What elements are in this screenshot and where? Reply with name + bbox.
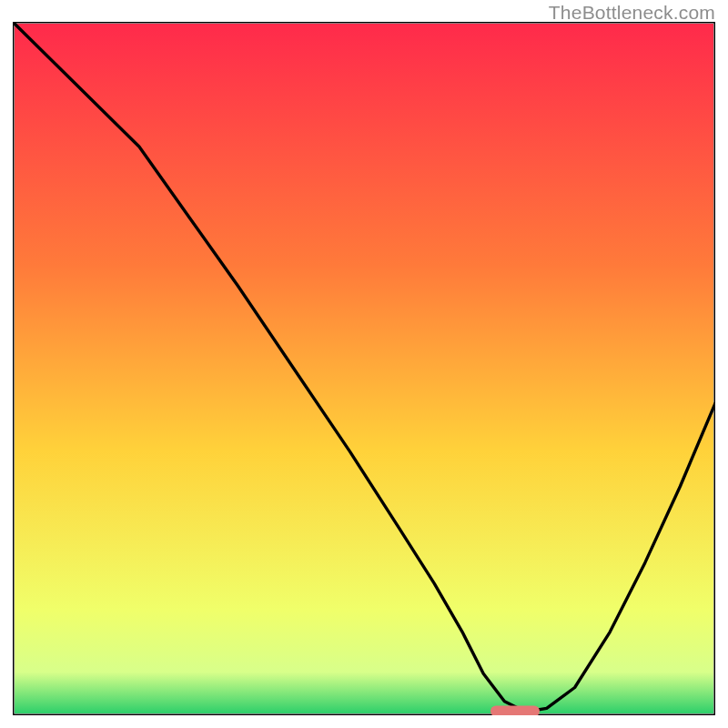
optimal-segment-marker <box>490 705 540 715</box>
chart-container: TheBottleneck.com <box>0 0 728 728</box>
plot-area <box>13 22 715 715</box>
chart-svg <box>13 22 715 715</box>
watermark-text: TheBottleneck.com <box>549 2 715 24</box>
